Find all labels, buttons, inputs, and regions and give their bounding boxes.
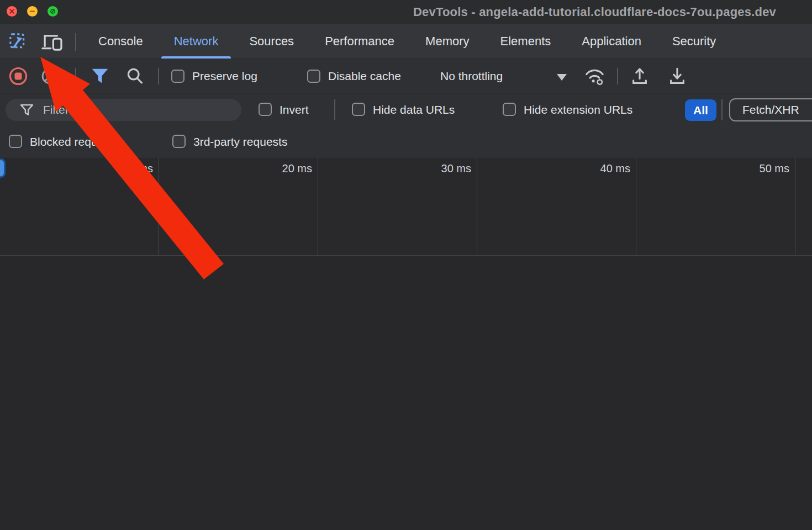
toggle-device-toolbar-button[interactable]	[40, 32, 64, 52]
request-filter-row: Blocked requests 3rd-party requests	[0, 126, 812, 157]
request-type-all-button[interactable]: All	[685, 99, 716, 121]
toolbar-divider	[75, 68, 76, 84]
filter-placeholder: Filter	[43, 103, 69, 116]
close-window-button[interactable]	[7, 6, 17, 17]
preserve-log-checkbox[interactable]	[171, 70, 184, 83]
download-icon	[668, 67, 687, 86]
network-toolbar: Preserve log Disable cache No throttling	[0, 59, 812, 93]
filter-icon	[20, 104, 34, 116]
zoom-disabled-icon	[50, 8, 56, 14]
network-conditions-button[interactable]	[584, 66, 606, 87]
zoom-window-button[interactable]	[48, 6, 58, 17]
waterfall-ruler: 10 ms 20 ms 30 ms 40 ms 50 ms	[0, 157, 812, 256]
titlebar: DevTools - angela-add-tutorial.cloudflar…	[0, 0, 812, 24]
tab-performance[interactable]: Performance	[309, 24, 410, 59]
ruler-tick: 10 ms	[0, 157, 159, 255]
toolbar-divider	[721, 99, 723, 120]
disable-cache-label[interactable]: Disable cache	[328, 70, 401, 83]
tab-elements[interactable]: Elements	[485, 24, 567, 59]
invert-label[interactable]: Invert	[280, 103, 309, 116]
third-party-requests-checkbox[interactable]	[172, 135, 186, 148]
chevron-down-icon[interactable]	[557, 74, 567, 81]
tab-memory[interactable]: Memory	[410, 24, 484, 59]
inspect-element-button[interactable]	[8, 32, 29, 52]
ruler-tick-partial	[795, 157, 812, 255]
hide-data-urls-label[interactable]: Hide data URLs	[373, 103, 455, 116]
close-icon	[9, 8, 15, 14]
invert-checkbox[interactable]	[259, 103, 272, 116]
tab-console[interactable]: Console	[83, 24, 159, 59]
network-log-empty-area: Recording network activity… Perform a re…	[0, 256, 812, 530]
blocked-requests-checkbox[interactable]	[9, 135, 22, 148]
panel-tabs: Console Network Sources Performance Memo…	[83, 24, 731, 59]
disable-cache-checkbox[interactable]	[307, 70, 320, 83]
toolbar-divider	[334, 99, 335, 120]
import-har-button[interactable]	[630, 66, 650, 86]
minimize-window-button[interactable]	[27, 6, 38, 17]
filter-toggle-button[interactable]	[90, 67, 110, 85]
filter-input[interactable]: Filter	[6, 99, 241, 121]
ruler-tick: 50 ms	[636, 157, 795, 255]
upload-icon	[630, 67, 649, 86]
ruler-tick: 30 ms	[318, 157, 477, 255]
window-title: DevTools - angela-add-tutorial.cloudflar…	[413, 5, 776, 19]
export-har-button[interactable]	[667, 66, 687, 86]
ruler-drag-handle[interactable]	[0, 158, 6, 178]
toolbar-divider	[617, 68, 618, 84]
request-type-fetch-xhr-button[interactable]: Fetch/XHR	[729, 98, 812, 121]
record-icon	[8, 66, 28, 86]
hide-extension-urls-label[interactable]: Hide extension URLs	[524, 103, 632, 116]
toolbar-divider	[158, 68, 159, 84]
inspect-cursor-icon	[9, 33, 28, 51]
devtools-window: DevTools - angela-add-tutorial.cloudflar…	[0, 0, 812, 530]
throttling-select-value[interactable]: No throttling	[440, 70, 503, 83]
funnel-icon	[91, 68, 109, 84]
clear-network-log-button[interactable]	[40, 66, 60, 86]
tab-sources[interactable]: Sources	[234, 24, 309, 59]
device-toolbar-icon	[41, 33, 63, 51]
ruler-tick: 40 ms	[477, 157, 636, 255]
traffic-lights	[7, 6, 58, 17]
hide-data-urls-checkbox[interactable]	[352, 103, 365, 116]
ruler-tick: 20 ms	[159, 157, 318, 255]
devtools-tabbar: Console Network Sources Performance Memo…	[0, 24, 812, 59]
tab-security[interactable]: Security	[657, 24, 731, 59]
toolbar-divider	[75, 33, 76, 51]
blocked-requests-label[interactable]: Blocked requests	[30, 135, 119, 149]
tab-network[interactable]: Network	[159, 24, 234, 59]
hide-extension-urls-checkbox[interactable]	[503, 103, 516, 116]
record-network-log-button[interactable]	[8, 66, 28, 86]
search-icon	[125, 67, 144, 86]
third-party-requests-label[interactable]: 3rd-party requests	[193, 135, 287, 149]
wifi-gear-icon	[584, 66, 606, 87]
tab-application[interactable]: Application	[566, 24, 657, 59]
preserve-log-label[interactable]: Preserve log	[192, 70, 257, 83]
network-filter-bar: Filter Invert Hide data URLs Hide extens…	[0, 94, 812, 126]
clear-icon	[41, 67, 59, 85]
search-network-button[interactable]	[124, 66, 145, 86]
minimize-icon	[29, 8, 35, 14]
